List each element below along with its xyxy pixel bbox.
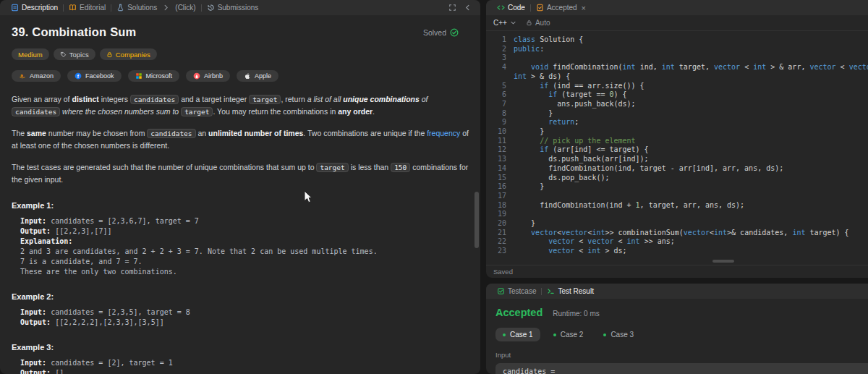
- code-line: 6 if (target == 0) {: [492, 90, 868, 100]
- case-2-button[interactable]: Case 2: [546, 328, 591, 341]
- company-apple[interactable]: Apple: [237, 70, 278, 82]
- example-block: Input: candidates = [2,3,5], target = 8O…: [20, 307, 469, 328]
- inline-code: candidates: [147, 129, 195, 138]
- code-line: 4 void findCombination(int ind, int targ…: [492, 63, 868, 81]
- auto-save-toggle[interactable]: Auto: [526, 19, 550, 27]
- code-lines: 1class Solution {2public:34 void findCom…: [492, 35, 868, 256]
- microsoft-icon: [135, 72, 142, 80]
- testcase-input[interactable]: candidates =: [495, 363, 868, 374]
- case-row: Case 1Case 2Case 3: [495, 328, 868, 341]
- code-line: 22 vector < vector < int >> ans;: [492, 237, 868, 247]
- code-line: 21 vector<vector<int>> combinationSum(ve…: [492, 229, 868, 238]
- frequency-link[interactable]: frequency: [427, 129, 460, 137]
- description-paragraph: The same number may be chosen from candi…: [12, 127, 469, 152]
- tab-accepted[interactable]: Accepted ×: [531, 4, 591, 12]
- tab-solutions[interactable]: Solutions: [111, 4, 162, 12]
- solved-check-icon: [450, 28, 459, 37]
- facebook-icon: f: [75, 72, 82, 80]
- inline-code: target: [316, 163, 348, 172]
- tab-testcase[interactable]: Testcase: [492, 287, 541, 295]
- example-label: Example 1:: [12, 201, 469, 210]
- language-selector[interactable]: C++: [493, 19, 516, 27]
- result-body: Accepted Runtime: 0 ms Case 1Case 2Case …: [486, 299, 868, 374]
- company-tags: aAmazonfFacebookMicrosoftAirbnbApple: [12, 70, 469, 82]
- input-label: Input: [495, 351, 868, 359]
- tab-code[interactable]: Code: [492, 4, 530, 12]
- code-icon: [497, 4, 505, 12]
- apple-icon: [244, 72, 251, 80]
- badge-medium[interactable]: Medium: [12, 48, 49, 60]
- badge-companies[interactable]: Companies: [100, 48, 157, 60]
- code-line: 8 }: [492, 109, 868, 119]
- code-line: 18 findCombination(ind + 1, target, arr,…: [492, 201, 868, 211]
- tab-description[interactable]: Description: [6, 4, 63, 12]
- result-panel: Testcase Test Result Accepted Runtime: 0…: [486, 284, 868, 374]
- code-line: 5 if (ind == arr.size()) {: [492, 82, 868, 91]
- amazon-icon: a: [19, 72, 26, 80]
- editorial-icon: [69, 4, 77, 12]
- line-number: 23: [492, 247, 506, 256]
- code-line: 9 return;: [492, 118, 868, 127]
- case-3-button[interactable]: Case 3: [596, 328, 641, 341]
- fullscreen-icon[interactable]: [448, 4, 456, 12]
- tab-editorial[interactable]: Editorial: [64, 4, 111, 12]
- company-amazon[interactable]: aAmazon: [12, 70, 61, 82]
- collapse-panel-icon[interactable]: [464, 4, 472, 12]
- example-block: Input: candidates = [2,3,6,7], target = …: [20, 216, 469, 277]
- code-line: 16 }: [492, 182, 868, 192]
- inline-code: candidates: [130, 95, 179, 104]
- code-line: 2public:: [492, 45, 868, 54]
- horizontal-scrollbar[interactable]: [712, 260, 734, 263]
- tab-submissions[interactable]: Submissions: [202, 4, 264, 12]
- code-line: 19: [492, 210, 868, 219]
- badge-topics[interactable]: Topics: [54, 48, 95, 60]
- line-number: 4: [492, 63, 506, 81]
- right-column: Code Accepted × C++ Auto: [486, 0, 868, 374]
- problem-tabs: DescriptionEditorialSolutions(Click)Subm…: [6, 4, 448, 12]
- code-line: 20 }: [492, 219, 868, 229]
- tab-click[interactable]: (Click): [170, 4, 200, 12]
- company-microsoft[interactable]: Microsoft: [128, 70, 180, 82]
- line-number: 6: [492, 90, 506, 100]
- close-icon[interactable]: ×: [582, 4, 586, 12]
- company-airbnb[interactable]: Airbnb: [186, 70, 230, 82]
- solutions-icon: [116, 4, 124, 12]
- line-number: 20: [492, 219, 506, 229]
- line-number: 3: [492, 54, 506, 63]
- example-block: Input: candidates = [2], target = 1Outpu…: [20, 358, 469, 374]
- code-line: 3: [492, 54, 868, 63]
- vertical-scrollbar[interactable]: [475, 192, 479, 248]
- line-number: 18: [492, 201, 506, 211]
- lock-icon: [106, 51, 113, 58]
- result-tabbar: Testcase Test Result: [486, 284, 868, 299]
- chevron-right-icon: [162, 4, 170, 12]
- case-status-dot: [503, 333, 506, 336]
- line-number: 19: [492, 210, 506, 219]
- description-icon: [11, 4, 19, 12]
- case-1-button[interactable]: Case 1: [495, 328, 540, 341]
- line-number: 22: [492, 237, 506, 247]
- inline-code: target: [249, 95, 281, 104]
- company-facebook[interactable]: fFacebook: [67, 70, 122, 82]
- case-status-dot: [603, 333, 606, 336]
- solved-status: Solved: [423, 28, 459, 37]
- problem-panel: DescriptionEditorialSolutions(Click)Subm…: [0, 0, 480, 374]
- case-status-dot: [553, 333, 556, 336]
- editor-toolbar: C++ Auto: [486, 15, 868, 31]
- line-number: 17: [492, 192, 506, 201]
- code-line: 23 vector < int > ds;: [492, 247, 868, 256]
- description-paragraph: The test cases are generated such that t…: [12, 161, 469, 186]
- code-line: 1class Solution {: [492, 35, 868, 45]
- saved-status: Saved: [493, 268, 513, 276]
- editor-statusbar: Saved: [486, 265, 868, 278]
- airbnb-icon: [193, 72, 200, 80]
- code-line: 13 ds.push_back(arr[ind]);: [492, 155, 868, 164]
- code-editor[interactable]: 1class Solution {2public:34 void findCom…: [486, 31, 868, 265]
- tab-test-result[interactable]: Test Result: [542, 287, 598, 295]
- description-paragraph: Given an array of distinct integers cand…: [12, 93, 469, 118]
- code-line: 17: [492, 192, 868, 201]
- line-number: 2: [492, 45, 506, 54]
- line-number: 1: [492, 35, 506, 45]
- line-number: 8: [492, 109, 506, 119]
- code-line: 15 ds.pop_back();: [492, 174, 868, 183]
